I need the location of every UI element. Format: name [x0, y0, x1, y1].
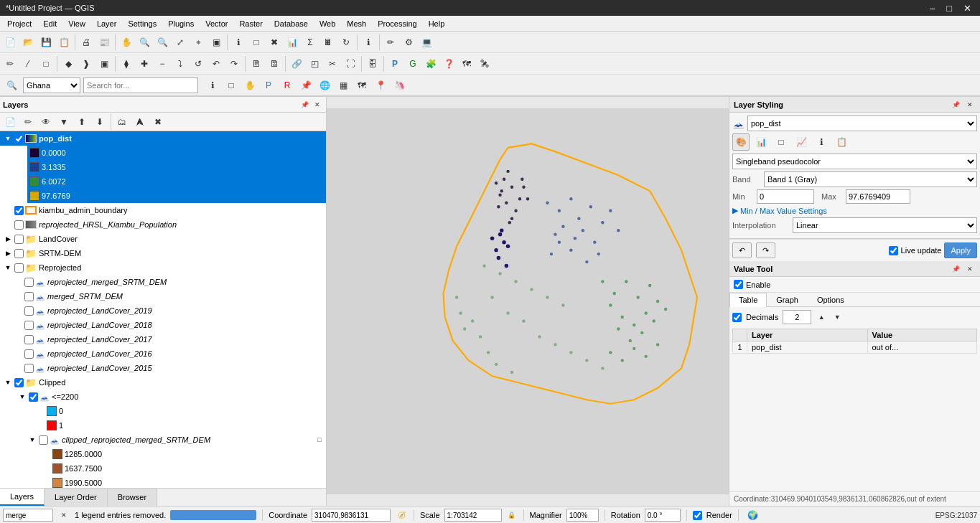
identify-btn[interactable]: ℹ: [230, 34, 247, 51]
interp-select[interactable]: Linear: [793, 217, 977, 233]
zoom-layer-btn[interactable]: ⌖: [190, 34, 207, 51]
renderer-metadata-btn[interactable]: ℹ: [813, 133, 830, 151]
scale-lock-btn[interactable]: 🔒: [506, 509, 518, 521]
db-btn[interactable]: 🗄: [364, 55, 381, 72]
layer-remove-btn[interactable]: ✖: [149, 113, 167, 131]
map-identify-btn[interactable]: ℹ: [204, 77, 221, 94]
cb-reprojected-hrsl[interactable]: [14, 220, 24, 230]
max-input[interactable]: [846, 189, 910, 204]
layer-reproj-lc2017[interactable]: 🗻 reprojected_LandCover_2017: [20, 332, 326, 347]
layer-reproj-lc2018[interactable]: 🗻 reprojected_LandCover_2018: [20, 318, 326, 332]
layer-reprojected-hrsl[interactable]: reprojected_HRSL_Kiambu_Population: [0, 217, 326, 232]
menu-vector[interactable]: Vector: [201, 18, 232, 29]
python-btn[interactable]: P: [386, 55, 403, 72]
vt-pin-btn[interactable]: 📌: [950, 263, 961, 275]
digitize-btn1[interactable]: ✏: [1, 55, 19, 72]
cb-reprojected[interactable]: [14, 263, 24, 273]
zoom-selection-btn[interactable]: ▣: [207, 34, 225, 51]
menu-settings[interactable]: Settings: [123, 18, 161, 29]
min-input[interactable]: [757, 189, 814, 204]
tab-layer-order[interactable]: Layer Order: [45, 489, 108, 506]
status-clear-btn[interactable]: ✕: [57, 509, 70, 522]
cb-le2200[interactable]: [29, 392, 38, 402]
minimize-btn[interactable]: –: [927, 3, 938, 14]
stats-btn[interactable]: Σ: [302, 34, 319, 51]
renderer-histogram-btn[interactable]: 📊: [752, 133, 770, 151]
enable-cb[interactable]: [734, 280, 743, 289]
save-as-btn[interactable]: 📋: [55, 34, 73, 51]
cb-pop-dist[interactable]: [14, 134, 24, 143]
layer-move-down-btn[interactable]: ⬇: [91, 113, 108, 131]
layer-move-up-btn[interactable]: ⬆: [73, 113, 90, 131]
layers-pin-btn[interactable]: 📌: [299, 99, 310, 110]
menu-help[interactable]: Help: [424, 18, 449, 29]
renderer-color-btn[interactable]: 🎨: [732, 133, 750, 151]
renderer-legend-btn[interactable]: 📋: [833, 133, 850, 151]
styling-close-btn[interactable]: ✕: [964, 99, 976, 110]
decimals-input[interactable]: [783, 310, 811, 324]
node-btn2[interactable]: ❱: [78, 55, 95, 72]
layer-filter-btn[interactable]: ▼: [55, 113, 73, 131]
open-btn[interactable]: 📂: [19, 34, 37, 51]
close-btn[interactable]: ✕: [961, 3, 974, 14]
del-feat-btn[interactable]: −: [154, 55, 171, 72]
renderer-transparency-btn[interactable]: □: [773, 133, 790, 151]
decimals-cb[interactable]: [732, 313, 742, 322]
coordinate-input[interactable]: [312, 509, 391, 522]
rotation-input[interactable]: [645, 509, 681, 522]
live-update-cb[interactable]: [889, 246, 898, 255]
menu-layer[interactable]: Layer: [93, 18, 121, 29]
layer-clipped-group[interactable]: ▼ 📁 Clipped: [0, 375, 326, 390]
redo-btn[interactable]: ↷: [225, 55, 243, 72]
vt-tab-table[interactable]: Table: [729, 293, 767, 307]
vt-tab-graph[interactable]: Graph: [767, 293, 808, 306]
decimals-down-btn[interactable]: ▼: [831, 311, 843, 323]
layer-dropdown[interactable]: pop_dist: [747, 116, 977, 131]
zoom-full-btn[interactable]: ⤢: [172, 34, 189, 51]
expand-reprojected[interactable]: ▼: [3, 263, 13, 273]
menu-edit[interactable]: Edit: [39, 18, 61, 29]
add-feat-btn[interactable]: ✚: [136, 55, 153, 72]
cb-srtm-dem[interactable]: [14, 249, 24, 258]
script-btn[interactable]: ✏: [382, 34, 399, 51]
new-project-btn[interactable]: 📄: [1, 34, 19, 51]
map-bing-btn[interactable]: 🗺: [353, 77, 370, 94]
georef-btn[interactable]: 🗺: [458, 55, 475, 72]
zoom-in-btn[interactable]: 🔍: [136, 34, 153, 51]
layer-open-attr-btn[interactable]: 📄: [1, 113, 19, 131]
merge-btn[interactable]: ⛶: [342, 55, 359, 72]
info-btn[interactable]: ℹ: [360, 34, 377, 51]
cb-kiambu-admin[interactable]: [14, 206, 24, 215]
plugin-mgr-btn[interactable]: 🧩: [422, 55, 439, 72]
cb-reproj-lc2018[interactable]: [24, 321, 34, 330]
renderer-hist2-btn[interactable]: 📈: [793, 133, 810, 151]
layer-kiambu-admin[interactable]: kiambu_admin_boundary: [0, 203, 326, 217]
cb-reproj-lc2015[interactable]: [24, 364, 34, 373]
map-area[interactable]: [327, 97, 729, 506]
cb-reproj-lc2019[interactable]: [24, 306, 34, 316]
band-select[interactable]: Band 1 (Gray): [764, 171, 977, 187]
relation-btn[interactable]: 🔗: [288, 55, 305, 72]
layer-reproj-lc2016[interactable]: 🗻 reprojected_LandCover_2016: [20, 347, 326, 361]
select-btn[interactable]: □: [248, 34, 265, 51]
node-btn3[interactable]: ▣: [95, 55, 113, 72]
location-zoom-btn[interactable]: 🔍: [3, 77, 20, 94]
layer-reprojected-group[interactable]: ▼ 📁 Reprojected: [0, 260, 326, 275]
map-tile-btn[interactable]: ▦: [335, 77, 352, 94]
styling-pin-btn[interactable]: 📌: [950, 99, 961, 110]
save-btn[interactable]: 💾: [37, 34, 55, 51]
map-python-btn[interactable]: P: [260, 77, 277, 94]
expand-landcover[interactable]: ▶: [3, 234, 13, 244]
print-btn[interactable]: 🖨: [78, 34, 95, 51]
menu-processing[interactable]: Processing: [373, 18, 421, 29]
rotate-btn[interactable]: ↺: [190, 55, 207, 72]
undo-style-btn[interactable]: ↶: [732, 242, 752, 258]
refresh-btn[interactable]: ↻: [337, 34, 355, 51]
digitize-btn3[interactable]: □: [37, 55, 55, 72]
globe-icon-btn[interactable]: 🌍: [745, 506, 762, 523]
magnifier-input[interactable]: [566, 509, 599, 522]
layer-reproj-lc2015[interactable]: 🗻 reprojected_LandCover_2015: [20, 361, 326, 375]
split-btn[interactable]: ✂: [324, 55, 341, 72]
plugin-btn[interactable]: ⚙: [400, 34, 417, 51]
renderer-type-select[interactable]: Singleband pseudocolor: [732, 154, 977, 169]
